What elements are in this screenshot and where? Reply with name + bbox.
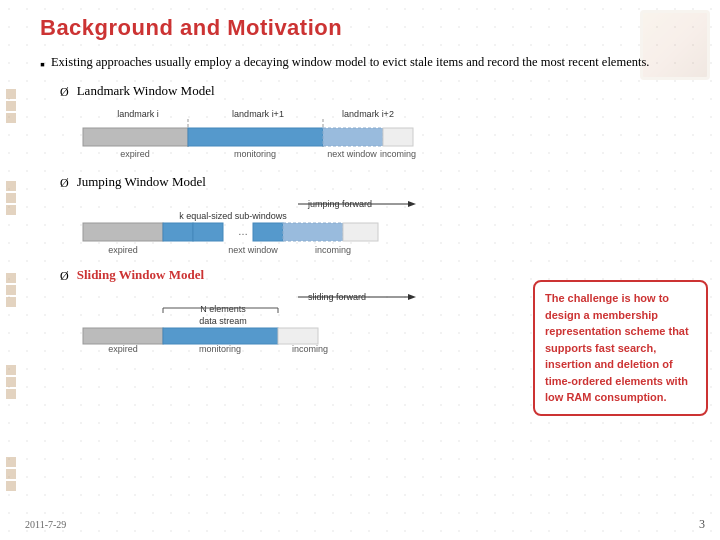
svg-rect-24 — [283, 223, 343, 241]
bullet-icon: ▪ — [40, 54, 45, 75]
footer: 2011-7-29 3 — [25, 517, 705, 532]
svg-text:monitoring: monitoring — [234, 149, 276, 159]
sub-bullet-jumping: Ø Jumping Window Model — [60, 174, 705, 191]
svg-rect-25 — [343, 223, 378, 241]
arrow-icon-1: Ø — [60, 85, 69, 100]
svg-text:N elements: N elements — [200, 304, 246, 314]
svg-text:…: … — [238, 226, 248, 237]
svg-text:expired: expired — [108, 344, 138, 354]
svg-text:k equal-sized sub-windows: k equal-sized sub-windows — [179, 211, 287, 221]
landmark-label: Landmark Window Model — [77, 83, 215, 99]
arrow-icon-3: Ø — [60, 269, 69, 284]
side-decoration — [0, 0, 22, 540]
svg-text:landmark i+1: landmark i+1 — [232, 109, 284, 119]
page-title: Background and Motivation — [40, 15, 705, 41]
svg-rect-38 — [163, 328, 278, 344]
svg-text:landmark i: landmark i — [117, 109, 159, 119]
svg-rect-7 — [83, 128, 188, 146]
svg-rect-8 — [188, 128, 323, 146]
svg-rect-39 — [278, 328, 318, 344]
svg-text:incoming: incoming — [315, 245, 351, 255]
svg-text:landmark i+2: landmark i+2 — [342, 109, 394, 119]
svg-rect-37 — [83, 328, 163, 344]
svg-text:incoming: incoming — [380, 149, 416, 159]
challenge-text: The challenge is how to design a members… — [545, 292, 689, 403]
svg-rect-23 — [253, 223, 283, 241]
svg-text:next window: next window — [327, 149, 377, 159]
svg-text:expired: expired — [120, 149, 150, 159]
svg-text:next window: next window — [228, 245, 278, 255]
footer-date: 2011-7-29 — [25, 519, 66, 530]
svg-text:monitoring: monitoring — [199, 344, 241, 354]
svg-rect-9 — [323, 128, 383, 146]
main-bullet-content: Existing approaches usually employ a dec… — [51, 53, 649, 75]
svg-rect-10 — [383, 128, 413, 146]
svg-marker-31 — [408, 294, 416, 300]
footer-page: 3 — [699, 517, 705, 532]
svg-rect-21 — [193, 223, 223, 241]
sub-bullet-landmark: Ø Landmark Window Model — [60, 83, 705, 100]
jumping-label: Jumping Window Model — [77, 174, 206, 190]
jumping-diagram: jumping forward k equal-sized sub-window… — [78, 197, 705, 261]
main-bullet-text: ▪ Existing approaches usually employ a d… — [40, 53, 705, 75]
svg-text:expired: expired — [108, 245, 138, 255]
main-content: Background and Motivation ▪ Existing app… — [25, 0, 720, 540]
svg-rect-19 — [83, 223, 163, 241]
svg-text:incoming: incoming — [292, 344, 328, 354]
svg-marker-17 — [408, 201, 416, 207]
challenge-box: The challenge is how to design a members… — [533, 280, 708, 416]
svg-rect-20 — [163, 223, 193, 241]
landmark-diagram: landmark i landmark i+1 landmark i+2 exp… — [78, 106, 705, 168]
arrow-icon-2: Ø — [60, 176, 69, 191]
svg-text:data stream: data stream — [199, 316, 247, 326]
sliding-label: Sliding Window Model — [77, 267, 204, 283]
